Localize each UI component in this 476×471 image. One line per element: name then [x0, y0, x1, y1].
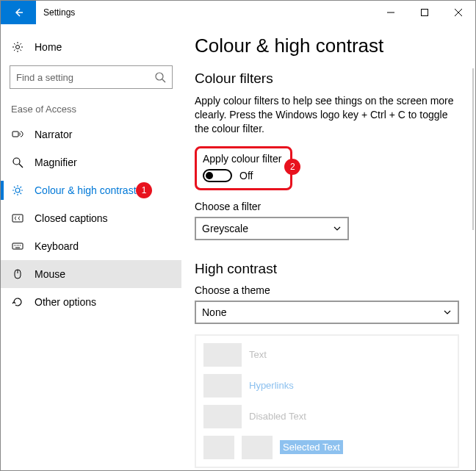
high-contrast-preview: Text Hyperlinks Disabled Text Selected T… — [195, 334, 459, 468]
keyboard-icon — [11, 240, 24, 253]
preview-row-hyperlinks: Hyperlinks — [203, 374, 450, 398]
preview-swatch — [203, 405, 242, 428]
sidebar-item-colour-high-contrast[interactable]: Colour & high contrast 1 — [1, 176, 181, 204]
preview-row-disabled: Disabled Text — [203, 405, 450, 428]
maximize-button[interactable] — [408, 1, 441, 24]
sidebar-item-label: Other options — [35, 296, 96, 308]
sidebar-item-label: Closed captions — [35, 212, 108, 224]
gear-icon — [11, 40, 24, 54]
apply-colour-filter-toggle[interactable] — [203, 169, 232, 182]
close-button[interactable] — [441, 1, 475, 24]
brightness-icon — [11, 184, 24, 197]
sidebar-item-other-options[interactable]: Other options — [1, 288, 181, 316]
window-title: Settings — [36, 1, 75, 24]
annotation-badge-1: 1 — [136, 182, 152, 198]
sidebar: Home Find a setting Ease of Access Narra… — [1, 24, 181, 471]
minimize-button[interactable] — [374, 1, 408, 24]
preview-label-selected: Selected Text — [280, 440, 343, 454]
annotation-callout-2: Apply colour filter Off 2 — [195, 146, 292, 190]
preview-row-selected: Selected Text — [203, 436, 450, 459]
sidebar-item-label: Narrator — [35, 129, 72, 140]
mouse-icon — [11, 267, 24, 281]
preview-label-hyperlinks: Hyperlinks — [249, 380, 294, 391]
search-input[interactable]: Find a setting — [10, 65, 173, 89]
svg-point-5 — [15, 188, 20, 193]
preview-label-disabled: Disabled Text — [249, 411, 306, 422]
close-icon — [455, 9, 462, 16]
refresh-icon — [11, 295, 24, 309]
preview-swatch — [242, 436, 273, 459]
toggle-state-text: Off — [239, 170, 253, 181]
annotation-badge-2: 2 — [284, 159, 300, 175]
search-icon — [154, 71, 166, 83]
svg-point-4 — [13, 158, 20, 165]
arrow-left-icon — [12, 7, 24, 18]
svg-point-2 — [156, 73, 163, 80]
select-value: None — [202, 306, 226, 318]
back-button[interactable] — [1, 1, 36, 24]
preview-swatch — [203, 436, 234, 459]
sidebar-item-label: Mouse — [35, 268, 65, 280]
choose-theme-label: Choose a theme — [195, 284, 462, 296]
sidebar-item-label: Keyboard — [35, 240, 79, 252]
title-bar: Settings — [1, 1, 475, 24]
colour-filters-description: Apply colour filters to help see things … — [195, 94, 459, 136]
preview-label-text: Text — [249, 349, 267, 360]
preview-row-text: Text — [203, 343, 450, 367]
svg-rect-7 — [12, 243, 23, 249]
sidebar-group-label: Ease of Access — [1, 92, 181, 121]
preview-swatch — [203, 374, 242, 398]
magnifier-icon — [11, 156, 24, 169]
select-value: Greyscale — [202, 223, 248, 234]
sidebar-home-label: Home — [35, 41, 62, 53]
sidebar-item-keyboard[interactable]: Keyboard — [1, 232, 181, 260]
sidebar-home[interactable]: Home — [1, 33, 181, 61]
section-heading-high-contrast: High contrast — [195, 261, 462, 277]
page-title: Colour & high contrast — [195, 35, 462, 57]
sidebar-item-narrator[interactable]: Narrator — [1, 121, 181, 148]
maximize-icon — [421, 9, 428, 16]
closed-captions-icon — [11, 212, 24, 225]
svg-rect-0 — [422, 10, 428, 16]
choose-theme-select[interactable]: None — [195, 301, 459, 324]
sidebar-item-label: Magnifier — [35, 157, 77, 168]
scrollbar[interactable] — [472, 68, 474, 230]
sidebar-item-mouse[interactable]: Mouse — [1, 260, 181, 288]
sidebar-item-label: Colour & high contrast — [35, 184, 137, 196]
choose-filter-select[interactable]: Greyscale — [195, 217, 349, 240]
svg-point-1 — [16, 46, 20, 49]
sidebar-item-closed-captions[interactable]: Closed captions — [1, 204, 181, 232]
chevron-down-icon — [443, 308, 452, 317]
narrator-icon — [11, 128, 24, 141]
main-content: Colour & high contrast Colour filters Ap… — [181, 24, 475, 471]
chevron-down-icon — [333, 224, 342, 233]
sidebar-item-magnifier[interactable]: Magnifier — [1, 148, 181, 176]
preview-swatch — [203, 343, 242, 367]
apply-colour-filter-label: Apply colour filter — [203, 153, 281, 165]
choose-filter-label: Choose a filter — [195, 201, 462, 212]
minimize-icon — [387, 9, 394, 16]
svg-rect-6 — [12, 215, 23, 222]
search-placeholder: Find a setting — [16, 72, 154, 83]
section-heading-colour-filters: Colour filters — [195, 71, 462, 87]
svg-rect-3 — [12, 132, 18, 137]
